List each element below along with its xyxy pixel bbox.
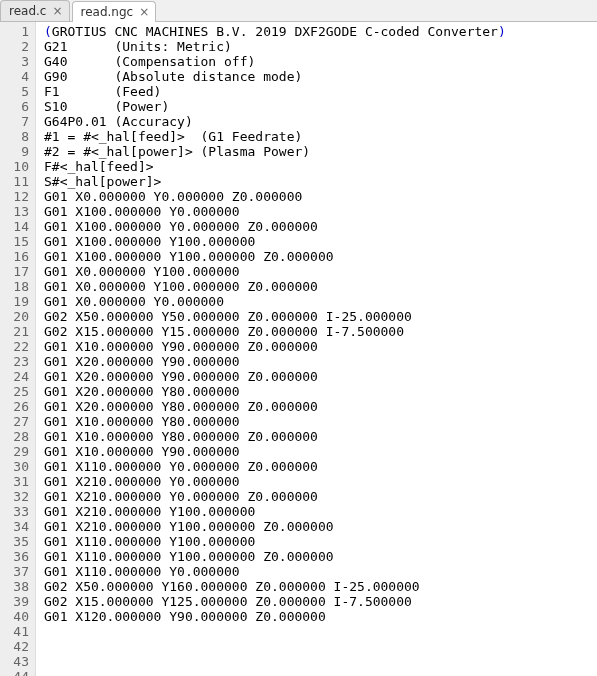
tab-read-c[interactable]: read.c × [0,0,70,21]
code-line: (GROTIUS CNC MACHINES B.V. 2019 DXF2GODE… [44,24,506,39]
code-line: G02 X50.000000 Y160.000000 Z0.000000 I-2… [44,579,506,594]
code-line: G01 X100.000000 Y100.000000 Z0.000000 [44,249,506,264]
code-line: G01 X110.000000 Y100.000000 Z0.000000 [44,549,506,564]
code-line: G01 X10.000000 Y80.000000 Z0.000000 [44,429,506,444]
code-line: G01 X20.000000 Y90.000000 Z0.000000 [44,369,506,384]
code-line: G01 X110.000000 Y0.000000 [44,564,506,579]
code-line: #1 = #<_hal[feed]> (G1 Feedrate) [44,129,506,144]
code-line: G01 X110.000000 Y0.000000 Z0.000000 [44,459,506,474]
code-line: G01 X0.000000 Y100.000000 [44,264,506,279]
code-line: F#<_hal[feed]> [44,159,506,174]
code-line: G01 X10.000000 Y90.000000 [44,444,506,459]
tab-label: read.c [9,4,46,18]
code-area[interactable]: (GROTIUS CNC MACHINES B.V. 2019 DXF2GODE… [36,22,506,676]
close-icon[interactable]: × [139,6,149,18]
code-line: G90 (Absolute distance mode) [44,69,506,84]
code-line: G64P0.01 (Accuracy) [44,114,506,129]
code-line: G01 X210.000000 Y100.000000 [44,504,506,519]
code-line: G02 X15.000000 Y15.000000 Z0.000000 I-7.… [44,324,506,339]
code-line: G01 X20.000000 Y90.000000 [44,354,506,369]
code-line: G01 X100.000000 Y0.000000 [44,204,506,219]
code-line: G02 X15.000000 Y125.000000 Z0.000000 I-7… [44,594,506,609]
code-line: G01 X20.000000 Y80.000000 Z0.000000 [44,399,506,414]
code-line: #2 = #<_hal[power]> (Plasma Power) [44,144,506,159]
code-line: G01 X20.000000 Y80.000000 [44,384,506,399]
code-line: G01 X0.000000 Y0.000000 [44,294,506,309]
code-line: F1 (Feed) [44,84,506,99]
code-line: G01 X210.000000 Y0.000000 Z0.000000 [44,489,506,504]
code-line: G01 X100.000000 Y100.000000 [44,234,506,249]
tab-label: read.ngc [81,5,134,19]
code-line: S10 (Power) [44,99,506,114]
code-line: G01 X0.000000 Y100.000000 Z0.000000 [44,279,506,294]
close-icon[interactable]: × [52,5,62,17]
code-line: S#<_hal[power]> [44,174,506,189]
code-line: G40 (Compensation off) [44,54,506,69]
code-line: G01 X210.000000 Y100.000000 Z0.000000 [44,519,506,534]
code-line: G02 X50.000000 Y50.000000 Z0.000000 I-25… [44,309,506,324]
code-line: G21 (Units: Metric) [44,39,506,54]
code-line: G01 X100.000000 Y0.000000 Z0.000000 [44,219,506,234]
code-editor[interactable]: 1 2 3 4 5 6 7 8 9 10 11 12 13 14 15 16 1… [0,22,597,676]
code-line: G01 X110.000000 Y100.000000 [44,534,506,549]
tab-read-ngc[interactable]: read.ngc × [72,1,157,22]
code-line: G01 X0.000000 Y0.000000 Z0.000000 [44,189,506,204]
code-line: G01 X10.000000 Y90.000000 Z0.000000 [44,339,506,354]
line-number-gutter: 1 2 3 4 5 6 7 8 9 10 11 12 13 14 15 16 1… [0,22,36,676]
code-line: G01 X120.000000 Y90.000000 Z0.000000 [44,609,506,624]
tab-bar: read.c × read.ngc × [0,0,597,22]
code-line: G01 X10.000000 Y80.000000 [44,414,506,429]
code-line: G01 X210.000000 Y0.000000 [44,474,506,489]
